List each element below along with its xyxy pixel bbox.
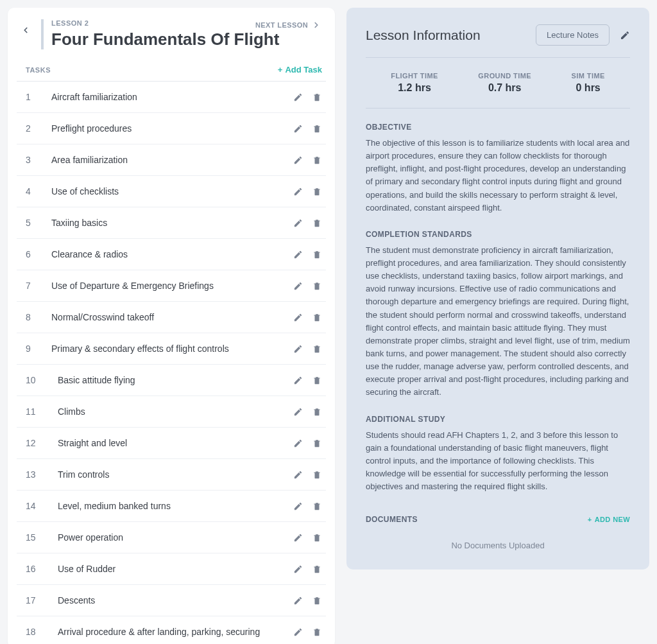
delete-task-button[interactable] [312,249,322,259]
task-title: Taxiing basics [51,218,293,228]
add-task-button[interactable]: + Add Task [278,65,322,74]
delete-task-button[interactable] [312,186,322,196]
edit-task-button[interactable] [293,281,303,291]
task-row[interactable]: 15Power operation [17,522,326,553]
edit-task-button[interactable] [293,501,303,511]
trash-icon [312,596,321,605]
delete-task-button[interactable] [312,532,322,543]
edit-task-button[interactable] [293,344,303,354]
task-row[interactable]: 9Primary & secondary effects of flight c… [17,333,326,365]
delete-task-button[interactable] [312,281,322,291]
lesson-panel: LESSON 2 Four Fundamentals Of Flight NEX… [8,8,335,644]
task-title: Level, medium banked turns [51,501,293,511]
task-row[interactable]: 14Level, medium banked turns [17,491,326,522]
task-row[interactable]: 4Use of checklists [17,176,326,207]
add-document-button[interactable]: + ADD NEW [588,516,630,523]
task-row[interactable]: 7Use of Departure & Emergency Briefings [17,270,326,302]
edit-task-button[interactable] [293,564,303,574]
task-title: Area familiarization [51,155,293,165]
task-title: Normal/Crosswind takeoff [51,312,293,322]
task-number: 15 [26,532,51,543]
delete-task-button[interactable] [312,627,322,637]
flight-time: FLIGHT TIME 1.2 hrs [391,72,438,94]
edit-task-button[interactable] [293,438,303,448]
task-title: Use of checklists [51,186,293,196]
pencil-icon [293,407,303,417]
task-number: 1 [26,92,51,102]
delete-task-button[interactable] [312,595,322,605]
task-title: Descents [51,595,293,605]
task-row[interactable]: 1Aircraft familiarization [17,82,326,113]
objective-body: The objective of this lesson is to famil… [366,137,630,214]
delete-task-button[interactable] [312,344,322,354]
edit-lesson-button[interactable] [620,30,630,40]
task-number: 14 [26,501,51,511]
trash-icon [312,313,321,322]
task-row[interactable]: 10Basic attitude flying [17,365,326,396]
delete-task-button[interactable] [312,564,322,574]
task-number: 5 [26,218,51,228]
edit-task-button[interactable] [293,469,303,480]
task-row[interactable]: 2Preflight procedures [17,113,326,144]
task-list: 1Aircraft familiarization2Preflight proc… [17,82,326,644]
info-title: Lesson Information [366,28,481,43]
task-number: 8 [26,312,51,322]
delete-task-button[interactable] [312,218,322,228]
edit-task-button[interactable] [293,375,303,385]
task-number: 18 [26,627,51,637]
sim-time-value: 0 hrs [572,82,605,94]
lesson-info-panel: Lesson Information Lecture Notes FLIGHT … [346,8,649,570]
task-row[interactable]: 12Straight and level [17,428,326,459]
edit-task-button[interactable] [293,249,303,259]
edit-task-button[interactable] [293,92,303,102]
pencil-icon [293,124,303,134]
task-row[interactable]: 5Taxiing basics [17,207,326,239]
trash-icon [312,187,321,196]
delete-task-button[interactable] [312,375,322,385]
task-row[interactable]: 18Arrival procedure & after landing, par… [17,616,326,644]
pencil-icon [293,564,303,574]
trash-icon [312,344,321,354]
task-number: 17 [26,595,51,605]
trash-icon [312,470,321,480]
add-document-label: ADD NEW [595,516,630,523]
delete-task-button[interactable] [312,406,322,417]
task-title: Straight and level [51,438,293,448]
edit-task-button[interactable] [293,532,303,543]
pencil-icon [293,627,303,637]
next-lesson-button[interactable]: NEXT LESSON [255,21,321,30]
task-row[interactable]: 3Area familiarization [17,144,326,176]
edit-task-button[interactable] [293,595,303,605]
task-number: 2 [26,123,51,134]
task-title: Use of Departure & Emergency Briefings [51,281,293,291]
edit-task-button[interactable] [293,406,303,417]
edit-task-button[interactable] [293,312,303,322]
edit-task-button[interactable] [293,218,303,228]
prev-lesson-button[interactable] [17,21,35,39]
delete-task-button[interactable] [312,469,322,480]
edit-task-button[interactable] [293,627,303,637]
delete-task-button[interactable] [312,438,322,448]
task-row[interactable]: 17Descents [17,585,326,616]
task-row[interactable]: 16Use of Rudder [17,553,326,585]
task-row[interactable]: 6Clearance & radios [17,239,326,270]
delete-task-button[interactable] [312,155,322,165]
delete-task-button[interactable] [312,501,322,511]
task-number: 13 [26,469,51,480]
edit-task-button[interactable] [293,155,303,165]
task-row[interactable]: 8Normal/Crosswind takeoff [17,302,326,333]
task-number: 9 [26,344,51,354]
task-row[interactable]: 13Trim controls [17,459,326,491]
delete-task-button[interactable] [312,92,322,102]
trash-icon [312,92,321,102]
delete-task-button[interactable] [312,123,322,134]
delete-task-button[interactable] [312,312,322,322]
pencil-icon [293,344,303,354]
lecture-notes-button[interactable]: Lecture Notes [536,24,610,46]
task-title: Basic attitude flying [51,375,293,385]
edit-task-button[interactable] [293,123,303,134]
task-row[interactable]: 11Climbs [17,396,326,428]
task-title: Power operation [51,532,293,543]
task-number: 7 [26,281,51,291]
edit-task-button[interactable] [293,186,303,196]
